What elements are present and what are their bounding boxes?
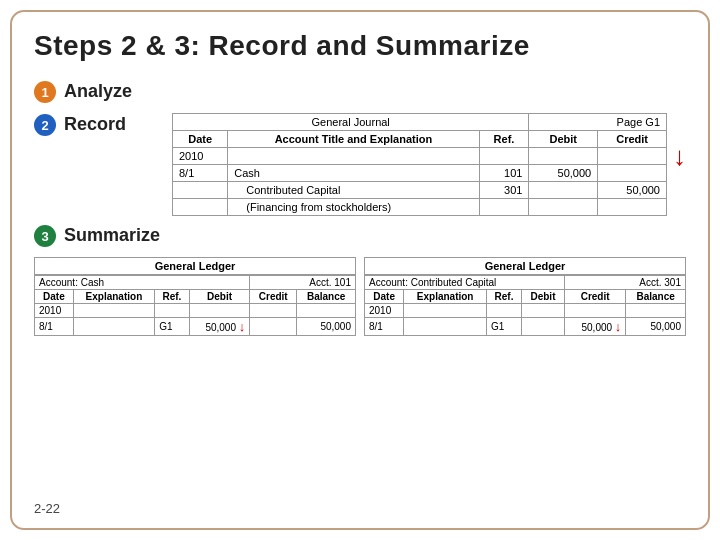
capital-col-balance: Balance <box>626 290 686 304</box>
capital-expl-1 <box>404 318 487 336</box>
cash-acct-num: Acct. 101 <box>250 276 356 290</box>
step3-badge: 3 <box>34 225 56 247</box>
capital-data-row: 8/1 G1 50,000 ↓ 50,000 <box>365 318 686 336</box>
jrow-credit-1 <box>598 165 667 182</box>
col-ref: Ref. <box>479 131 529 148</box>
jrow-credit-3 <box>598 199 667 216</box>
cash-ref-1: G1 <box>155 318 190 336</box>
cash-credit-1 <box>250 318 297 336</box>
jrow-date-1: 8/1 <box>173 165 228 182</box>
cash-year-row: 2010 <box>35 304 356 318</box>
slide-title: Steps 2 & 3: Record and Summarize <box>34 30 686 62</box>
jrow-acct-3: (Financing from stockholders) <box>228 199 479 216</box>
cash-col-date: Date <box>35 290 74 304</box>
jrow-debit-2 <box>529 182 598 199</box>
capital-col-ref: Ref. <box>486 290 521 304</box>
jrow-debit-3 <box>529 199 598 216</box>
page-number: 2-22 <box>34 501 60 516</box>
journal-title: General Journal <box>173 114 529 131</box>
capital-acct-label: Account: Contributed Capital <box>365 276 565 290</box>
cash-col-hdr: Date Explanation Ref. Debit Credit Balan… <box>35 290 356 304</box>
journal-row-cash: 8/1 Cash 101 50,000 <box>173 165 667 182</box>
jrow-debit-0 <box>529 148 598 165</box>
col-debit: Debit <box>529 131 598 148</box>
journal-col-header: Date Account Title and Explanation Ref. … <box>173 131 667 148</box>
capital-date-1: 8/1 <box>365 318 404 336</box>
step3-label: Summarize <box>64 225 160 246</box>
cash-date-1: 8/1 <box>35 318 74 336</box>
ledger-tables-row: General Ledger Account: Cash Acct. 101 D… <box>34 257 686 336</box>
cash-red-arrow: ↓ <box>239 319 246 334</box>
jrow-date-3 <box>173 199 228 216</box>
capital-year-row: 2010 <box>365 304 686 318</box>
jrow-date-2 <box>173 182 228 199</box>
capital-year: 2010 <box>365 304 404 318</box>
step2-label: Record <box>64 114 126 135</box>
cash-ledger-title: General Ledger <box>34 257 356 275</box>
jrow-ref-1: 101 <box>479 165 529 182</box>
jrow-credit-2: 50,000 <box>598 182 667 199</box>
cash-col-balance: Balance <box>297 290 356 304</box>
cash-year: 2010 <box>35 304 74 318</box>
capital-red-arrow: ↓ <box>615 319 622 334</box>
cash-debit-1: 50,000 ↓ <box>189 318 250 336</box>
capital-debit-1 <box>522 318 565 336</box>
capital-col-hdr: Date Explanation Ref. Debit Credit Balan… <box>365 290 686 304</box>
capital-col-expl: Explanation <box>404 290 487 304</box>
red-down-arrow: ↓ <box>673 143 686 169</box>
capital-credit-1: 50,000 ↓ <box>564 318 626 336</box>
capital-col-credit: Credit <box>564 290 626 304</box>
cash-col-ref: Ref. <box>155 290 190 304</box>
cash-acct-row: Account: Cash Acct. 101 <box>35 276 356 290</box>
cash-data-row: 8/1 G1 50,000 ↓ 50,000 <box>35 318 356 336</box>
capital-ledger-title: General Ledger <box>364 257 686 275</box>
cash-acct-label: Account: Cash <box>35 276 250 290</box>
capital-ledger-block: General Ledger Account: Contributed Capi… <box>364 257 686 336</box>
col-account: Account Title and Explanation <box>228 131 479 148</box>
capital-acct-num: Acct. 301 <box>564 276 685 290</box>
jrow-ref-3 <box>479 199 529 216</box>
journal-row-note: (Financing from stockholders) <box>173 199 667 216</box>
step1-row: 1 Analyze <box>34 80 686 103</box>
step1-badge: 1 <box>34 81 56 103</box>
journal-row-year: 2010 <box>173 148 667 165</box>
jrow-acct-0 <box>228 148 479 165</box>
col-credit: Credit <box>598 131 667 148</box>
jrow-ref-0 <box>479 148 529 165</box>
step2-row: 2 Record General Journal Page G1 Date Ac… <box>34 113 686 216</box>
step1-label: Analyze <box>64 81 132 102</box>
jrow-acct-2: Contributed Capital <box>228 182 479 199</box>
jrow-ref-2: 301 <box>479 182 529 199</box>
col-date: Date <box>173 131 228 148</box>
cash-col-expl: Explanation <box>73 290 154 304</box>
capital-ledger-table: Account: Contributed Capital Acct. 301 D… <box>364 275 686 336</box>
step3-section: 3 Summarize General Ledger Account: Cash… <box>34 224 686 336</box>
slide: Steps 2 & 3: Record and Summarize 1 Anal… <box>10 10 710 530</box>
journal-page: Page G1 <box>529 114 667 131</box>
jrow-acct-1: Cash <box>228 165 479 182</box>
capital-balance-1: 50,000 <box>626 318 686 336</box>
step2-badge: 2 <box>34 114 56 136</box>
jrow-credit-0 <box>598 148 667 165</box>
capital-ref-1: G1 <box>486 318 521 336</box>
cash-col-debit: Debit <box>189 290 250 304</box>
capital-col-date: Date <box>365 290 404 304</box>
step3-row: 3 Summarize <box>34 224 686 247</box>
jrow-debit-1: 50,000 <box>529 165 598 182</box>
cash-ledger-block: General Ledger Account: Cash Acct. 101 D… <box>34 257 356 336</box>
step2-left: 2 Record <box>34 113 164 136</box>
capital-acct-row: Account: Contributed Capital Acct. 301 <box>365 276 686 290</box>
cash-balance-1: 50,000 <box>297 318 356 336</box>
jrow-date-0: 2010 <box>173 148 228 165</box>
journal-header-row: General Journal Page G1 <box>173 114 667 131</box>
capital-col-debit: Debit <box>522 290 565 304</box>
cash-col-credit: Credit <box>250 290 297 304</box>
cash-expl-1 <box>73 318 154 336</box>
journal-table: General Journal Page G1 Date Account Tit… <box>172 113 667 216</box>
cash-ledger-table: Account: Cash Acct. 101 Date Explanation… <box>34 275 356 336</box>
journal-row-capital: Contributed Capital 301 50,000 <box>173 182 667 199</box>
